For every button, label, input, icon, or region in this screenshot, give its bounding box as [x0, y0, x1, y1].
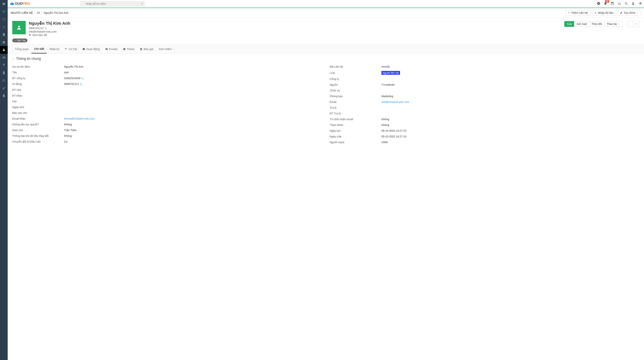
field-value: Nguyễn Thị Kim [64, 65, 322, 68]
field-label: ĐT Trợ lý [330, 112, 382, 115]
field-label: Nguồn [330, 83, 382, 86]
user-icon[interactable] [631, 2, 635, 6]
customize-button[interactable]: Tùy chỉnh [618, 10, 641, 16]
tab-diary[interactable]: Nhật ký [47, 45, 62, 54]
settings-icon[interactable] [638, 2, 642, 6]
detail-row: ĐT công ty02862924049 [12, 75, 322, 81]
detail-row: Ngày tạo05-10-2020 14:27:10 [330, 128, 640, 134]
field-label: Giao cho [12, 129, 64, 132]
detail-row: Họ và tên đệmNguyễn Thị Kim [12, 64, 322, 70]
edit-button[interactable]: Sửa [564, 21, 574, 27]
profile-email[interactable]: info@nhatanh-edu.com [29, 30, 57, 33]
nav-doc-icon[interactable] [0, 69, 8, 77]
logo[interactable]: OUDPRO [10, 2, 30, 6]
send-mail-button[interactable]: Gởi mail [574, 21, 589, 27]
calendar-icon[interactable] [611, 2, 614, 6]
field-value: Không [64, 134, 322, 138]
detail-row: Fax [12, 98, 322, 104]
field-label: ĐT công ty [12, 77, 64, 80]
nav-money-icon[interactable] [0, 61, 8, 69]
nav-building-icon[interactable] [0, 38, 8, 46]
field-value[interactable]: 02862924049 [64, 77, 322, 80]
breadcrumb: NGƯỜI LIÊN HỆ › All › Nguyễn Thị Kim Anh [11, 11, 68, 14]
notification-icon[interactable]: 22 [604, 2, 607, 6]
tab-opportunity[interactable]: Cơ hội [62, 45, 80, 54]
collapse-icon [12, 58, 14, 60]
detail-row: NguồnTừ website [330, 82, 640, 88]
field-value[interactable]: info@nhatanh-edu.com [382, 100, 640, 104]
nav-box-icon[interactable] [0, 15, 8, 23]
field-label: Tên [12, 71, 64, 74]
notification-badge: 22 [605, 0, 609, 3]
nav-card-icon[interactable] [0, 54, 8, 61]
tab-emails[interactable]: Emails [102, 45, 120, 53]
tab-quote[interactable]: Báo giá [137, 45, 156, 53]
phone-icon[interactable] [80, 83, 82, 86]
field-label: Trợ lý [330, 106, 382, 109]
detail-row: Chuyển đổi từ Đầu mốiCó [12, 139, 322, 144]
breadcrumb-all[interactable]: All [37, 11, 40, 14]
nav-edit-icon[interactable] [0, 84, 8, 92]
field-value[interactable]: 0908761212 [64, 82, 322, 86]
field-label: Ngày tạo [330, 129, 382, 132]
chart-icon[interactable] [618, 2, 621, 6]
calendar-icon [82, 48, 85, 50]
field-value[interactable]: kimha@nhatanh-edu.com [64, 117, 322, 120]
avatar [12, 21, 26, 34]
nav-clipboard-icon[interactable] [0, 31, 8, 38]
tab-more[interactable]: Xem thêm [156, 45, 178, 53]
tabs: Tổng quan Chi tiết Nhật ký Cơ hội Hoạt đ… [8, 45, 644, 54]
phone-icon[interactable] [81, 77, 84, 80]
map-pin-icon [29, 34, 31, 36]
detail-row: Di động0908761212 [12, 81, 322, 87]
task-icon[interactable] [624, 2, 628, 6]
tab-activity[interactable]: Hoạt động [80, 45, 102, 54]
field-label: ĐT nhà [12, 88, 64, 92]
profile-phone[interactable]: 0908761212 [29, 27, 44, 30]
field-label: ĐT khác [12, 94, 64, 97]
nav-target-icon[interactable] [0, 8, 8, 15]
detail-row: Không liên lạc qua ĐTKhông [12, 122, 322, 127]
follow-button[interactable]: Theo dõi [589, 21, 604, 27]
detail-row: Từ chối nhận emailKhông [330, 116, 640, 122]
tab-ticket[interactable]: Ticket [120, 45, 137, 53]
search-dropdown-icon[interactable] [141, 2, 144, 5]
add-tag-button[interactable]: Gán Tag [12, 38, 28, 42]
field-label: Báo cáo cho [12, 111, 64, 114]
next-record-button[interactable] [633, 21, 640, 27]
tab-overview[interactable]: Tổng quan [12, 45, 32, 54]
add-icon[interactable] [597, 2, 600, 6]
breadcrumb-current: Nguyễn Thị Kim Anh [44, 11, 68, 14]
mail-icon [105, 48, 108, 50]
detail-row: ĐT nhà [12, 87, 322, 93]
field-value: Không [64, 123, 322, 126]
detail-row: Trợ lý [330, 105, 640, 110]
nav-contact-icon[interactable] [0, 46, 8, 54]
more-actions-button[interactable]: Thao tác [604, 21, 623, 27]
field-label: Chuyển đổi từ Đầu mối [12, 140, 64, 143]
nav-hand-icon[interactable] [0, 23, 8, 31]
detail-row: LoạiNgười liên hệ [330, 70, 640, 76]
detail-row: Chức vụ [330, 88, 640, 93]
nav-invoice-icon[interactable] [0, 92, 8, 100]
import-button[interactable]: Nhập dữ liệu [592, 10, 616, 16]
field-value: Trần Trâm [64, 129, 322, 132]
field-label: Email khác [12, 117, 64, 120]
field-value: KH106 [382, 65, 640, 68]
field-value: Anh [64, 71, 322, 74]
field-label: Phòng ban [330, 95, 382, 98]
field-label: Email [330, 100, 382, 104]
view-map-link[interactable]: Xem bản đồ [32, 34, 47, 36]
search-input[interactable] [80, 1, 145, 7]
detail-row: ĐT Trợ lý [330, 110, 640, 116]
field-label: Không liên lạc qua ĐT [12, 123, 64, 126]
breadcrumb-module[interactable]: NGƯỜI LIÊN HỆ [11, 11, 33, 14]
opportunity-icon [64, 48, 67, 50]
tab-detail[interactable]: Chi tiết [32, 45, 47, 54]
section-header-general[interactable]: Thông tin chung [12, 57, 640, 61]
nav-list-icon[interactable] [0, 77, 8, 84]
add-contact-button[interactable]: Thêm Liên hệ [565, 10, 590, 16]
field-label: Ngày sinh [12, 106, 64, 109]
hamburger-menu[interactable] [0, 0, 8, 8]
field-label: Họ và tên đệm [12, 65, 64, 68]
